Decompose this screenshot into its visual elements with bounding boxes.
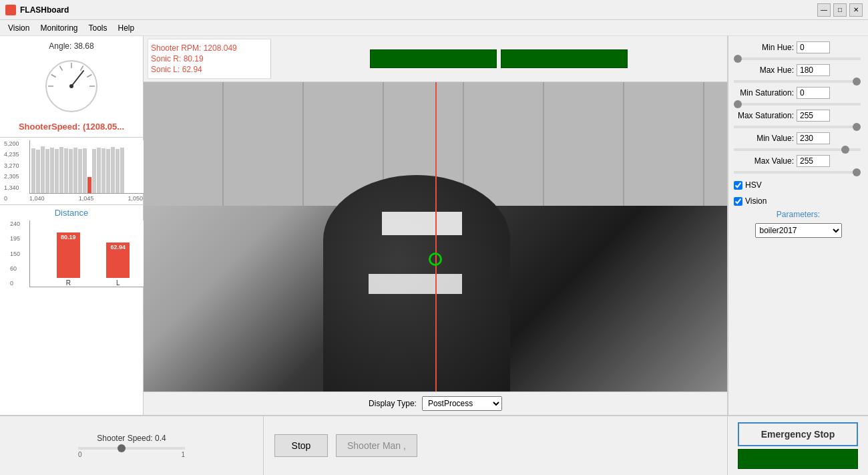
menu-monitoring[interactable]: Monitoring [35,22,83,34]
bar [78,149,82,193]
title-bar-controls[interactable]: — □ ✕ [817,3,863,17]
min-hue-label: Min Hue: [734,43,794,52]
emergency-stop-button[interactable]: Emergency Stop [738,422,858,446]
bar-highlight [87,177,91,193]
bar [41,146,45,193]
distance-chart: 240 195 150 60 0 80.19 R [29,220,156,287]
max-val-label: Max Value: [734,156,794,166]
dist-x-r: R [66,279,71,287]
speed-chart [29,140,156,194]
chart-x-labels: 1,040 1,045 1,050 [29,195,143,202]
dist-bar-r-group: 80.19 R [57,232,80,287]
dist-bar-l: 62.94 [106,243,130,278]
bar [45,149,49,193]
speed-slider[interactable] [78,447,185,450]
menu-help[interactable]: Help [113,22,140,34]
stat-sonic-l: Sonic L: 62.94 [151,65,268,74]
max-hue-input[interactable] [797,64,830,76]
min-val-slider-row [734,148,863,151]
right-panel: Min Hue: Max Hue: Min Saturation: Max Sa… [728,36,868,415]
dist-bar-l-group: 62.94 L [106,243,130,287]
shooter-speed-label: ShooterSpeed: (1208.05... [19,122,124,132]
bar [50,148,54,193]
close-button[interactable]: ✕ [849,3,863,17]
target-rect-2 [369,274,462,294]
title-bar-left: FLASHboard [5,5,69,15]
min-sat-slider[interactable] [734,103,861,106]
svg-line-6 [87,75,91,77]
dist-bar-r: 80.19 [57,232,80,278]
bar [83,148,87,193]
minimize-button[interactable]: — [817,3,831,17]
angle-label: Angle: 38.68 [49,41,93,51]
min-sat-label: Min Saturation: [734,88,794,98]
shooter-man-button[interactable]: Shooter Man , [336,434,417,457]
stop-button[interactable]: Stop [274,434,328,457]
vision-checkbox[interactable] [734,197,742,206]
dist-x-l: L [116,279,120,287]
green-bar-2 [501,49,628,68]
bar [120,148,124,193]
camera-image [144,82,727,391]
speed-max: 1 [181,451,185,458]
max-sat-input[interactable] [797,110,830,122]
max-sat-slider[interactable] [734,126,861,128]
menu-bar: Vision Monitoring Tools Help [0,20,868,36]
bar [69,149,73,193]
min-val-row: Min Value: [734,132,863,144]
bar [73,148,77,193]
svg-line-3 [60,66,63,71]
max-sat-row: Max Saturation: [734,110,863,122]
min-sat-row: Min Saturation: [734,87,863,99]
max-val-row: Max Value: [734,155,863,167]
red-line [435,82,437,391]
app-icon [5,5,16,15]
shooter-speed-control-label: Shooter Speed: 0.4 [97,434,166,443]
green-status-bar [738,449,858,469]
dist-bar-l-label: 62.94 [110,244,126,251]
maximize-button[interactable]: □ [833,3,847,17]
max-hue-slider[interactable] [734,80,861,83]
stat-sonic-r: Sonic R: 80.19 [151,54,268,63]
max-sat-slider-row [734,126,863,128]
menu-tools[interactable]: Tools [83,22,113,34]
left-top: Angle: 38.68 ShooterSpeed: (12 [0,36,143,138]
min-val-slider[interactable] [734,148,861,151]
max-hue-slider-row [734,80,863,83]
max-val-slider[interactable] [734,171,861,174]
hsv-checkbox-row: HSV [734,180,863,190]
bar [36,150,40,193]
menu-vision[interactable]: Vision [3,22,35,34]
display-type-label: Display Type: [369,399,417,408]
min-val-input[interactable] [797,132,830,144]
bottom-right: Emergency Stop [728,416,868,475]
bar [59,147,63,193]
hsv-checkbox[interactable] [734,181,742,190]
hsv-checkbox-label: HSV [745,180,762,190]
min-sat-input[interactable] [797,87,830,99]
bottom-area: Shooter Speed: 0.4 0 1 Stop Shooter Man … [0,415,868,475]
display-type-select[interactable]: PostProcess Raw HSV [422,396,502,411]
params-select[interactable]: boiler2017 gear2017 [755,223,842,238]
green-target-circle [429,253,442,266]
speed-min: 0 [78,451,82,458]
min-sat-slider-row [734,103,863,106]
stat-rpm: Shooter RPM: 1208.049 [151,43,268,53]
green-bar-1 [370,49,497,68]
max-val-input[interactable] [797,155,830,167]
min-hue-slider[interactable] [734,57,861,60]
svg-point-9 [69,84,73,88]
speed-tick-row: 0 1 [78,451,185,458]
bar [116,149,120,193]
vision-checkbox-row: Vision [734,196,863,206]
title-bar: FLASHboard — □ ✕ [0,0,868,20]
min-hue-input[interactable] [797,41,830,53]
bar [64,148,68,193]
max-val-slider-row [734,171,863,174]
center-panel: Shooter RPM: 1208.049 Sonic R: 80.19 Son… [144,36,728,415]
bar [111,147,115,193]
min-hue-row: Min Hue: [734,41,863,53]
svg-line-8 [71,71,83,86]
center-top: Shooter RPM: 1208.049 Sonic R: 80.19 Son… [144,36,727,82]
min-val-label: Min Value: [734,134,794,143]
